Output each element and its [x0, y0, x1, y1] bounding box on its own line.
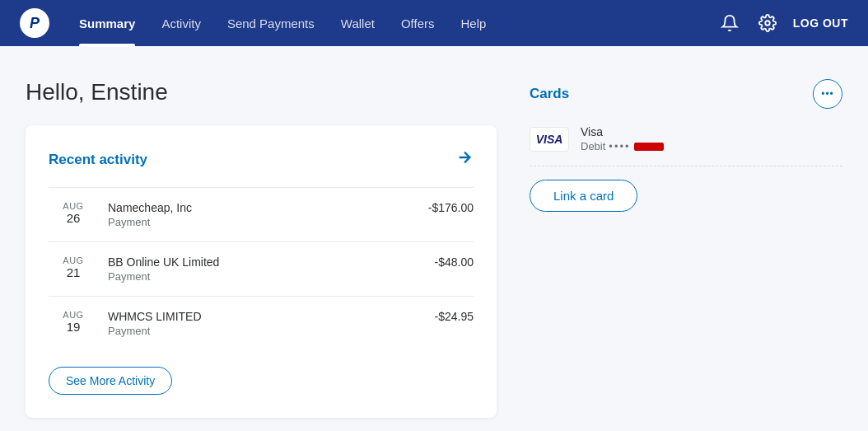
arrow-right-icon: [455, 148, 474, 166]
transaction-row: AUG 21 BB Online UK Limited Payment -$48…: [49, 241, 474, 296]
tx-info-2: BB Online UK Limited Payment: [98, 255, 435, 283]
settings-button[interactable]: [755, 11, 780, 35]
visa-logo: VISA: [530, 127, 569, 152]
gear-icon: [758, 14, 777, 32]
card-item: VISA Visa Debit ••••: [530, 125, 842, 166]
nav-right: LOG OUT: [717, 11, 848, 35]
link-card-button[interactable]: Link a card: [530, 180, 637, 212]
nav-link-summary[interactable]: Summary: [66, 0, 148, 46]
bell-icon: [721, 14, 739, 32]
activity-arrow-button[interactable]: [455, 148, 474, 171]
tx-date-1: AUG 26: [49, 201, 98, 225]
right-column: Cards ••• VISA Visa Debit •••• Link a ca…: [530, 79, 842, 418]
nav-links: Summary Activity Send Payments Wallet Of…: [66, 0, 717, 46]
cards-header: Cards •••: [530, 79, 842, 109]
logout-button[interactable]: LOG OUT: [793, 16, 848, 30]
notifications-button[interactable]: [717, 11, 742, 35]
redacted-number: [634, 143, 664, 151]
tx-date-2: AUG 21: [49, 255, 98, 279]
main-content: Hello, Enstine Recent activity AUG 26 Na…: [6, 46, 862, 431]
activity-title: Recent activity: [49, 152, 147, 168]
tx-info-3: WHMCS LIMITED Payment: [98, 310, 435, 337]
activity-header: Recent activity: [49, 148, 474, 171]
greeting: Hello, Enstine: [26, 79, 497, 105]
nav-link-offers[interactable]: Offers: [388, 0, 448, 46]
nav-link-send-payments[interactable]: Send Payments: [214, 0, 328, 46]
left-column: Hello, Enstine Recent activity AUG 26 Na…: [26, 79, 497, 418]
cards-title: Cards: [530, 86, 569, 102]
main-nav: P Summary Activity Send Payments Wallet …: [0, 0, 868, 46]
card-number: Debit ••••: [581, 140, 664, 152]
see-more-activity-button[interactable]: See More Activity: [49, 367, 172, 395]
svg-point-0: [765, 21, 770, 26]
transaction-row: AUG 19 WHMCS LIMITED Payment -$24.95: [49, 296, 474, 350]
nav-link-activity[interactable]: Activity: [148, 0, 214, 46]
transaction-row: AUG 26 Namecheap, Inc Payment -$176.00: [49, 187, 474, 241]
nav-link-wallet[interactable]: Wallet: [328, 0, 388, 46]
nav-link-help[interactable]: Help: [448, 0, 500, 46]
tx-date-3: AUG 19: [49, 310, 98, 334]
paypal-logo: P: [20, 8, 49, 38]
card-details: Visa Debit ••••: [581, 125, 664, 152]
activity-card: Recent activity AUG 26 Namecheap, Inc Pa…: [26, 125, 497, 418]
cards-more-button[interactable]: •••: [813, 79, 842, 109]
tx-info-1: Namecheap, Inc Payment: [98, 201, 428, 228]
